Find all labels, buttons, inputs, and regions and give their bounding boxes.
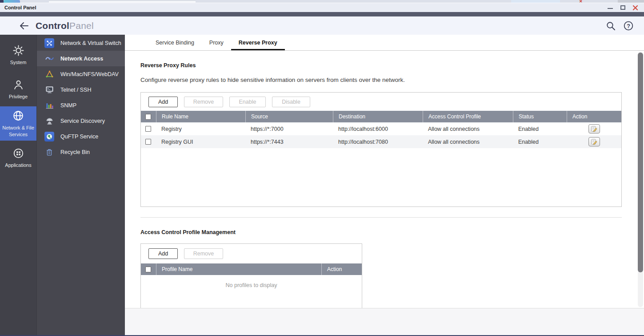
menu-item-win-mac-nfs-webdav[interactable]: Win/Mac/NFS/WebDAV	[37, 66, 125, 82]
menu-item-recycle-bin[interactable]: Recycle Bin	[37, 144, 125, 160]
primary-sidebar: System Privilege Network & File Ser	[0, 35, 36, 335]
content-area: Service Binding Proxy Reverse Proxy Reve…	[125, 35, 644, 335]
app-title-bold: Control	[36, 20, 69, 31]
row-checkbox-cell	[141, 139, 156, 145]
footer-area	[125, 308, 644, 335]
rules-table-header: Rule Name Source Destination Access Cont…	[141, 111, 621, 122]
sidebar-item-privilege[interactable]: Privilege	[0, 72, 36, 106]
protocols-triangle-icon	[44, 69, 55, 80]
sidebar-item-label: Privilege	[9, 93, 28, 100]
maximize-icon	[620, 5, 625, 10]
row-checkbox-cell	[141, 126, 156, 132]
column-header-source: Source	[245, 111, 333, 122]
close-button[interactable]	[632, 4, 639, 11]
minimize-button[interactable]	[607, 4, 614, 11]
network-access-icon	[44, 53, 55, 64]
radar-dish-icon	[44, 116, 55, 126]
row-checkbox[interactable]	[145, 139, 151, 145]
close-icon	[632, 5, 638, 11]
terminal-icon	[44, 85, 55, 95]
column-header-destination: Destination	[333, 111, 423, 122]
edit-rule-button[interactable]	[588, 124, 600, 134]
rule-source-cell: https://*:7000	[245, 126, 333, 132]
back-button[interactable]	[18, 20, 30, 32]
menu-item-label: Network Access	[60, 56, 103, 62]
rules-add-button[interactable]: Add	[148, 97, 178, 107]
menu-item-quftp-service[interactable]: QuFTP Service	[37, 129, 125, 144]
svg-text:?: ?	[627, 23, 630, 29]
table-row[interactable]: Registry GUI https://*:7443 http://local…	[141, 135, 621, 148]
column-header-status: Status	[513, 111, 567, 122]
edit-rule-button[interactable]	[588, 137, 600, 146]
main-area: System Privilege Network & File Ser	[0, 35, 644, 335]
sidebar-item-system[interactable]: System	[0, 38, 36, 72]
access-control-profile-heading: Access Control Profile Management	[140, 229, 622, 235]
tab-panel-reverse-proxy: Reverse Proxy Rules Configure reverse pr…	[125, 51, 644, 336]
rules-remove-button[interactable]: Remove	[184, 97, 223, 107]
menu-item-network-access[interactable]: Network Access	[37, 51, 125, 66]
sidebar-item-label: Applications	[5, 162, 31, 168]
sidebar-item-label: Network & File Services	[1, 125, 36, 138]
back-arrow-icon	[19, 21, 29, 30]
sidebar-item-label: System	[10, 59, 27, 65]
apps-grid-icon	[12, 147, 24, 159]
empty-state-text: No profiles to display	[141, 282, 362, 288]
tab-proxy[interactable]: Proxy	[202, 35, 231, 50]
menu-item-snmp[interactable]: SNMP	[37, 97, 125, 113]
select-all-checkbox[interactable]	[145, 114, 151, 120]
reverse-proxy-rules-heading: Reverse Proxy Rules	[140, 62, 622, 69]
column-header-rule-name: Rule Name	[156, 111, 245, 122]
menu-item-service-discovery[interactable]: Service Discovery	[37, 113, 125, 129]
profiles-add-button[interactable]: Add	[148, 248, 178, 259]
rule-destination-cell: http://localhost:6000	[333, 126, 423, 132]
globe-icon	[12, 109, 24, 122]
rule-destination-cell: http://localhost:7080	[333, 139, 423, 145]
header-checkbox-cell	[141, 111, 156, 122]
header-checkbox-cell	[141, 263, 156, 275]
virtual-switch-icon	[44, 38, 55, 49]
row-checkbox[interactable]	[145, 126, 151, 132]
column-header-profile-name: Profile Name	[156, 263, 321, 275]
profiles-table-header: Profile Name Action	[141, 263, 362, 275]
quftp-icon	[44, 131, 55, 142]
vertical-scrollbar[interactable]	[638, 52, 643, 307]
header-actions: ?	[605, 20, 634, 32]
menu-item-label: Telnet / SSH	[60, 87, 91, 93]
minimize-icon	[608, 8, 613, 9]
app-header: ControlPanel ?	[0, 16, 644, 35]
header-accent-strip	[0, 12, 644, 16]
column-header-action: Action	[321, 263, 362, 275]
screen: ✕ Control Panel ControlPanel	[0, 0, 644, 336]
window-title: Control Panel	[4, 5, 36, 10]
rule-name-cell: Registry	[156, 126, 245, 132]
search-icon	[605, 20, 616, 31]
table-row[interactable]: Registry https://*:7000 http://localhost…	[141, 122, 621, 135]
menu-item-label: Recycle Bin	[60, 149, 90, 155]
column-header-access-control-profile: Access Control Profile	[423, 111, 513, 122]
sidebar-item-applications[interactable]: Applications	[0, 141, 36, 175]
help-button[interactable]: ?	[623, 20, 634, 32]
section-divider	[140, 217, 622, 218]
edit-pencil-icon	[591, 139, 597, 145]
trash-icon	[44, 147, 55, 158]
help-icon: ?	[623, 20, 634, 31]
rules-enable-button[interactable]: Enable	[229, 97, 266, 107]
profiles-remove-button[interactable]: Remove	[184, 248, 223, 259]
menu-item-network-virtual-switch[interactable]: Network & Virtual Switch	[37, 35, 125, 51]
maximize-button[interactable]	[619, 4, 626, 11]
sidebar-item-network-file-services[interactable]: Network & File Services	[0, 106, 36, 141]
tab-reverse-proxy[interactable]: Reverse Proxy	[231, 35, 285, 50]
scrollbar-thumb[interactable]	[638, 53, 643, 272]
window-titlebar: Control Panel	[0, 3, 644, 12]
column-header-action: Action	[567, 111, 621, 122]
rules-disable-button[interactable]: Disable	[272, 97, 310, 107]
bar-chart-icon	[44, 100, 55, 111]
select-all-checkbox[interactable]	[145, 267, 151, 272]
rule-name-cell: Registry GUI	[156, 139, 245, 145]
tab-service-binding[interactable]: Service Binding	[148, 35, 202, 50]
menu-item-telnet-ssh[interactable]: Telnet / SSH	[37, 82, 125, 97]
rule-status-cell: Enabled	[513, 139, 567, 145]
reverse-proxy-rules-panel: Add Remove Enable Disable Rule Name Sour…	[140, 92, 622, 207]
search-button[interactable]	[605, 20, 616, 32]
menu-item-label: QuFTP Service	[60, 134, 98, 140]
